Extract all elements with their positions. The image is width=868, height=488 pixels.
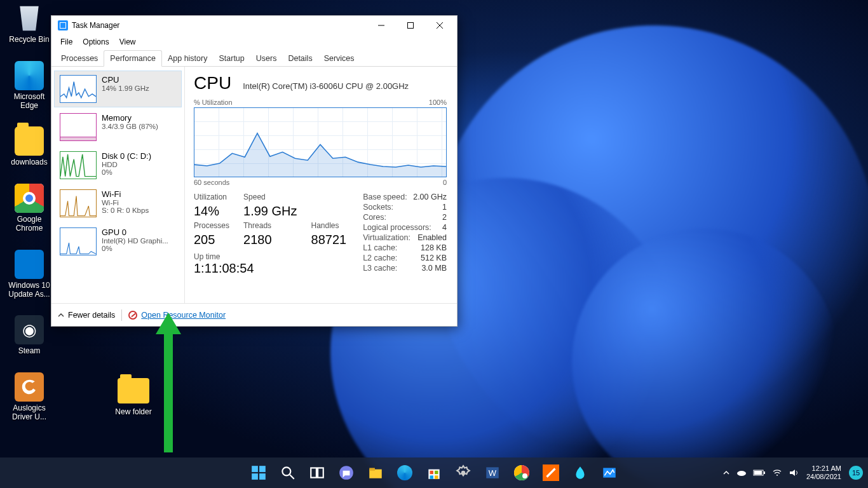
windows-icon [15,250,44,279]
sidebar-item-cpu[interactable]: CPU 14% 1.99 GHz [54,71,182,107]
wallpaper-bloom [572,229,839,488]
sidebar-item-gpu[interactable]: GPU 0 Intel(R) HD Graphi... 0% [54,223,182,260]
tab-startup[interactable]: Startup [213,51,250,66]
rstat-v: 3.0 MB [421,264,447,273]
performance-main-panel: CPU Intel(R) Core(TM) i3-6006U CPU @ 2.0… [185,67,457,303]
svg-rect-9 [252,473,258,480]
desktop-icon-chrome[interactable]: Google Chrome [4,184,55,233]
menu-options[interactable]: Options [79,36,112,48]
taskbar-settings[interactable] [451,460,476,485]
stat-handles-label: Handles [311,221,347,230]
footer-divider [121,309,122,321]
desktop-icon-label: Steam [4,347,55,356]
stat-processes-value: 205 [194,233,229,247]
maximize-button[interactable] [396,16,425,35]
rstat-k: L3 cache: [363,264,397,273]
svg-rect-17 [369,468,375,470]
tab-services[interactable]: Services [318,51,360,66]
onedrive-icon[interactable] [736,469,747,477]
rstat-k: L2 cache: [363,254,397,262]
desktop-icon-steam[interactable]: ◉ Steam [4,315,55,356]
desktop-icon-new-folder[interactable]: New folder [108,378,159,416]
desktop-icons: Recycle Bin Microsoft Edge downloads Goo… [4,4,55,422]
folder-icon [15,126,44,156]
sidebar-item-title: CPU [102,75,176,85]
close-button[interactable] [425,16,454,35]
fewer-details-button[interactable]: Fewer details [58,311,115,320]
fewer-details-label: Fewer details [68,311,115,320]
volume-icon[interactable] [789,468,799,477]
wifi-thumb-icon [60,189,97,217]
taskbar-task-manager[interactable] [597,460,622,485]
taskbar-clock[interactable]: 12:21 AM 24/08/2021 [806,464,841,481]
svg-text:W: W [489,468,497,478]
desktop-icon-label: Recycle Bin [4,36,55,44]
tab-app-history[interactable]: App history [162,51,214,66]
taskbar-app-flame[interactable] [567,460,593,485]
open-resource-monitor-link[interactable]: Open Resource Monitor [128,311,226,320]
sidebar-item-sub2: S: 0 R: 0 Kbps [102,207,176,214]
chevron-up-icon [58,312,64,318]
tab-users[interactable]: Users [250,51,283,66]
desktop-icon-edge[interactable]: Microsoft Edge [4,61,55,111]
task-manager-footer: Fewer details Open Resource Monitor [51,303,457,326]
rstat-k: Base speed: [363,193,407,201]
window-titlebar[interactable]: Task Manager [51,16,457,35]
svg-marker-32 [790,470,795,476]
desktop-icon-label: downloads [4,158,55,167]
sidebar-item-disk[interactable]: Disk 0 (C: D:) HDD 0% [54,147,182,184]
tab-details[interactable]: Details [282,51,318,66]
recycle-bin-icon [15,4,44,33]
desktop-icon-label: Microsoft Edge [4,93,55,111]
rstat-v: 1 [442,203,447,212]
folder-icon [118,378,149,403]
disk-thumb-icon [60,151,97,179]
wifi-icon[interactable] [772,469,782,477]
stat-processes-label: Processes [194,221,229,230]
desktop-icon-downloads[interactable]: downloads [4,126,55,167]
tab-performance[interactable]: Performance [104,50,162,67]
menu-file[interactable]: File [57,36,76,48]
start-button[interactable] [246,460,271,485]
desktop-icon-label: Auslogics Driver U... [4,404,55,422]
rstat-v: 2.00 GHz [413,193,447,201]
cpu-utilization-chart[interactable] [194,107,447,177]
taskbar-chrome[interactable] [509,460,534,485]
chevron-up-icon[interactable] [722,469,730,477]
sidebar-item-sub: Intel(R) HD Graphi... [102,237,176,245]
steam-icon: ◉ [15,315,44,344]
desktop-icon-label: Google Chrome [4,215,55,233]
sidebar-item-wifi[interactable]: Wi-Fi Wi-Fi S: 0 R: 0 Kbps [54,185,182,222]
desktop-icon-auslogics[interactable]: Auslogics Driver U... [4,372,55,422]
taskbar-chat[interactable] [334,460,359,485]
clock-time: 12:21 AM [806,464,841,473]
svg-point-11 [282,467,290,475]
taskbar-app-orange[interactable] [538,460,564,485]
menu-view[interactable]: View [116,36,140,48]
search-button[interactable] [275,460,301,485]
minimize-button[interactable] [367,16,396,35]
taskbar-edge[interactable] [392,460,417,485]
desktop-icon-windows-update[interactable]: Windows 10 Update As... [4,250,55,299]
desktop-icon-label: New folder [108,407,159,416]
chrome-icon [15,184,44,213]
desktop-icon-recycle-bin[interactable]: Recycle Bin [4,4,55,44]
notification-badge[interactable]: 15 [849,466,863,480]
battery-icon[interactable] [753,469,766,477]
taskbar-explorer[interactable] [363,460,388,485]
rstat-k: Sockets: [363,203,393,212]
cpu-right-stats: Base speed:2.00 GHz Sockets:1 Cores:2 Lo… [363,193,447,276]
taskbar-store[interactable] [421,460,447,485]
tab-processes[interactable]: Processes [55,51,104,66]
rstat-k: Virtualization: [363,233,410,242]
stat-threads-label: Threads [243,221,297,230]
rstat-v: Enabled [417,233,447,242]
svg-rect-31 [754,471,762,475]
stat-uptime-label: Up time [194,252,346,261]
task-view-button[interactable] [304,460,330,485]
sidebar-item-memory[interactable]: Memory 3.4/3.9 GB (87%) [54,109,182,146]
memory-thumb-icon [60,113,97,141]
svg-rect-10 [259,473,266,480]
edge-icon [15,61,44,90]
taskbar-word[interactable]: W [480,460,505,485]
